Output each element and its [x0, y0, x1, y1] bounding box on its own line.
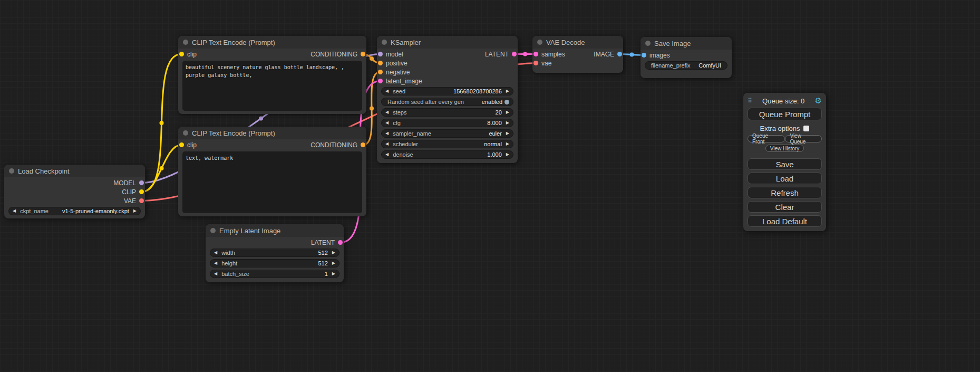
right-arrow-icon[interactable]: ▶ [332, 261, 335, 265]
slot-row: MODEL [4, 178, 145, 187]
queue-size-label: Queue size: 0 [752, 97, 815, 105]
left-arrow-icon[interactable]: ◀ [385, 142, 389, 146]
output-label-latent: LATENT [485, 51, 509, 58]
right-arrow-icon[interactable]: ▶ [506, 110, 509, 115]
collapse-dot-icon[interactable] [645, 41, 651, 46]
positive-input-slot[interactable] [378, 61, 383, 65]
seed-widget[interactable]: ◀ seed 156680208700286 ▶ [381, 87, 513, 96]
vae-input-slot[interactable] [533, 61, 538, 65]
node-ksampler[interactable]: KSampler model LATENT positive [377, 36, 518, 163]
extra-options-checkbox[interactable] [803, 126, 809, 131]
conditioning-output-slot[interactable] [361, 52, 365, 56]
widget-value: 1 [325, 271, 328, 277]
view-history-button[interactable]: View History [765, 145, 804, 152]
node-title-bar: CLIP Text Encode (Prompt) [178, 127, 366, 139]
cfg-widget[interactable]: ◀ cfg 8.000 ▶ [381, 119, 513, 127]
node-graph-canvas[interactable]: Load Checkpoint MODEL CLIP VAE [0, 0, 980, 372]
right-arrow-icon[interactable]: ▶ [506, 152, 509, 157]
node-load-checkpoint[interactable]: Load Checkpoint MODEL CLIP VAE [4, 165, 145, 218]
negative-prompt-textarea[interactable]: text, watermark [182, 151, 362, 213]
right-arrow-icon[interactable]: ▶ [506, 89, 509, 93]
clip-input-slot[interactable] [179, 142, 184, 147]
clip-input-slot[interactable] [179, 52, 184, 56]
vae-output-slot[interactable] [139, 198, 144, 203]
conditioning-output-slot[interactable] [361, 142, 365, 147]
negative-input-slot[interactable] [378, 70, 383, 74]
filename-prefix-widget[interactable]: filename_prefix ComfyUI [645, 61, 727, 70]
input-label-vae: vae [541, 60, 551, 67]
collapse-dot-icon[interactable] [183, 40, 188, 45]
node-empty-latent-image[interactable]: Empty Latent Image LATENT ◀ width 512 ▶ … [206, 224, 344, 282]
latent-output-slot[interactable] [512, 52, 517, 56]
sampler-name-widget[interactable]: ◀ sampler_name euler ▶ [381, 129, 513, 138]
height-widget[interactable]: ◀ height 512 ▶ [210, 259, 339, 268]
batch-size-widget[interactable]: ◀ batch_size 1 ▶ [210, 270, 339, 278]
left-arrow-icon[interactable]: ◀ [214, 272, 217, 276]
queue-front-button[interactable]: Queue Front [748, 135, 785, 142]
samples-input-slot[interactable] [533, 52, 538, 56]
width-widget[interactable]: ◀ width 512 ▶ [210, 249, 339, 257]
denoise-widget[interactable]: ◀ denoise 1.000 ▶ [381, 150, 513, 159]
latent-image-input-slot[interactable] [378, 79, 383, 83]
node-title: Load Checkpoint [18, 167, 70, 175]
node-vae-decode[interactable]: VAE Decode samples IMAGE vae [532, 36, 623, 73]
collapse-dot-icon[interactable] [183, 130, 188, 136]
node-clip-text-encode-positive[interactable]: CLIP Text Encode (Prompt) clip CONDITION… [178, 36, 366, 114]
widget-label: height [221, 260, 237, 266]
collapse-dot-icon[interactable] [9, 168, 14, 174]
widget-value: v1-5-pruned-emaonly.ckpt [62, 208, 129, 214]
clip-output-slot[interactable] [139, 189, 144, 194]
model-output-slot[interactable] [139, 180, 144, 185]
right-arrow-icon[interactable]: ▶ [506, 121, 509, 125]
node-title: CLIP Text Encode (Prompt) [192, 129, 275, 137]
load-default-button[interactable]: Load Default [748, 215, 822, 227]
left-arrow-icon[interactable]: ◀ [385, 89, 389, 93]
right-arrow-icon[interactable]: ▶ [332, 251, 335, 255]
wire-midpoint-dot [630, 53, 634, 57]
node-title-bar: VAE Decode [532, 36, 623, 49]
latent-output-slot[interactable] [338, 240, 343, 245]
collapse-dot-icon[interactable] [210, 228, 216, 233]
left-arrow-icon[interactable]: ◀ [214, 251, 217, 255]
left-arrow-icon[interactable]: ◀ [385, 131, 389, 136]
right-arrow-icon[interactable]: ▶ [506, 131, 509, 136]
queue-prompt-button[interactable]: Queue Prompt [748, 108, 822, 120]
left-arrow-icon[interactable]: ◀ [385, 110, 389, 115]
left-arrow-icon[interactable]: ◀ [385, 121, 389, 125]
collapse-dot-icon[interactable] [382, 40, 387, 45]
save-button[interactable]: Save [748, 158, 822, 170]
output-label-image: IMAGE [594, 51, 614, 58]
node-title: CLIP Text Encode (Prompt) [192, 39, 275, 46]
scheduler-widget[interactable]: ◀ scheduler normal ▶ [381, 140, 513, 148]
widget-label: filename_prefix [651, 62, 691, 69]
positive-prompt-textarea[interactable]: beautiful scenery nature glass bottle la… [182, 61, 362, 111]
left-arrow-icon[interactable]: ◀ [385, 152, 389, 157]
toggle-indicator-icon[interactable] [504, 100, 509, 104]
drag-handle-icon[interactable]: ⠿ [748, 97, 752, 104]
queue-panel: ⠿ Queue size: 0 ⚙ Queue Prompt Extra opt… [743, 93, 826, 231]
view-queue-button[interactable]: View Queue [785, 135, 822, 142]
steps-widget[interactable]: ◀ steps 20 ▶ [381, 108, 513, 117]
load-button[interactable]: Load [748, 173, 822, 184]
node-clip-text-encode-negative[interactable]: CLIP Text Encode (Prompt) clip CONDITION… [178, 127, 366, 216]
slot-row: latent_image [377, 77, 518, 85]
clear-button[interactable]: Clear [748, 201, 822, 213]
left-arrow-icon[interactable]: ◀ [13, 209, 16, 213]
random-seed-toggle-widget[interactable]: Random seed after every gen enabled [381, 98, 513, 106]
right-arrow-icon[interactable]: ▶ [133, 209, 137, 213]
output-label-vae: VAE [124, 197, 136, 205]
refresh-button[interactable]: Refresh [748, 187, 822, 198]
collapse-dot-icon[interactable] [537, 40, 542, 45]
image-output-slot[interactable] [617, 52, 622, 56]
node-save-image[interactable]: Save Image images filename_prefix ComfyU… [641, 37, 732, 78]
slot-row: clip CONDITIONING [178, 140, 366, 149]
left-arrow-icon[interactable]: ◀ [214, 261, 217, 265]
right-arrow-icon[interactable]: ▶ [332, 272, 335, 276]
settings-gear-icon[interactable]: ⚙ [815, 97, 822, 105]
images-input-slot[interactable] [642, 53, 646, 58]
right-arrow-icon[interactable]: ▶ [506, 142, 509, 146]
slot-row: VAE [4, 196, 145, 205]
ckpt-name-widget[interactable]: ◀ ckpt_name v1-5-pruned-emaonly.ckpt ▶ [8, 207, 141, 215]
model-input-slot[interactable] [378, 52, 383, 56]
widget-label: denoise [393, 151, 413, 158]
